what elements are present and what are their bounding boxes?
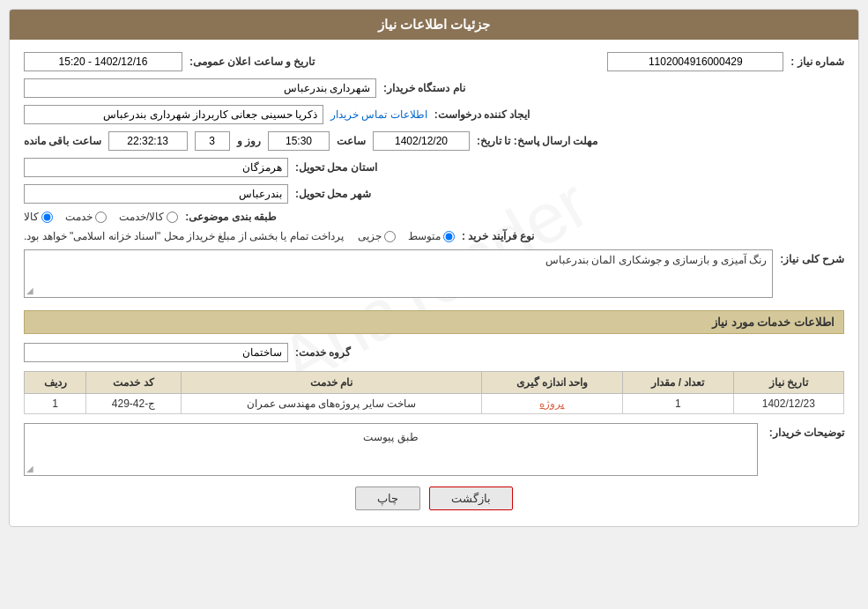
tazih-value: طبق پیوست: [30, 427, 752, 443]
tabaqebandi-row: طبقه بندی موضوعی: کالا/خدمت خدمت کالا: [24, 207, 844, 227]
ijad-konande-input[interactable]: [24, 105, 323, 124]
tamaas-khardar-link[interactable]: اطلاعات تماس خریدار: [330, 108, 427, 121]
col-radif: ردیف: [25, 372, 86, 394]
shomare-row: شماره نیاز : تاریخ و ساعت اعلان عمومی:: [24, 48, 844, 75]
table-row: 1402/12/23 1 پروژه ساخت سایر پروژه‌های م…: [25, 394, 844, 414]
buyer-notes-box: طبق پیوست ◢: [24, 423, 758, 476]
print-button[interactable]: چاپ: [355, 486, 420, 510]
tarikh-elaan-input[interactable]: [24, 52, 182, 71]
mohlat-rooz-input[interactable]: [195, 131, 230, 151]
ostan-input[interactable]: [24, 158, 288, 177]
ostan-row: استان محل تحویل:: [24, 154, 844, 181]
ijad-konande-label: ایجاد کننده درخواست:: [434, 108, 530, 121]
mohlat-remaining-input[interactable]: [108, 131, 188, 151]
mohlat-date-input[interactable]: [373, 131, 470, 151]
col-vahed: واحد اندازه گیری: [481, 372, 623, 394]
grohe-label: گروه خدمت:: [295, 346, 351, 359]
ijad-konande-row: ایجاد کننده درخواست: اطلاعات تماس خریدار: [24, 101, 844, 128]
mohlat-rooz-label: روز و: [237, 135, 261, 147]
sharh-value: رنگ آمیزی و بازسازی و جوشکاری المان بندر…: [545, 254, 767, 266]
mohlat-label: مهلت ارسال پاسخ: تا تاریخ:: [477, 135, 597, 147]
radio-kala-label[interactable]: کالا: [24, 211, 53, 223]
nam-dastgah-label: نام دستگاه خریدار:: [383, 82, 465, 94]
shomare-niaz-input[interactable]: [607, 52, 783, 71]
card-body: AnaTender شماره نیاز : تاریخ و ساعت اعلا…: [10, 40, 858, 526]
radio-jozi[interactable]: [384, 231, 396, 242]
ostan-label: استان محل تحویل:: [295, 161, 377, 174]
nam-dastgah-input[interactable]: [24, 78, 376, 98]
tabaqebandi-label: طبقه بندی موضوعی:: [185, 211, 277, 223]
buyer-notes-row: توضیحات خریدار: طبق پیوست ◢: [24, 423, 844, 476]
noe-farayand-label: نوع فرآیند خرید :: [462, 230, 534, 242]
col-tarikh: تاریخ نیاز: [733, 372, 843, 394]
cell-tedad: 1: [623, 394, 733, 414]
tabaqebandi-radio-group: کالا/خدمت خدمت کالا: [24, 211, 178, 223]
noe-farayand-row: نوع فرآیند خرید : متوسط جزیی پرداخت تمام…: [24, 227, 844, 246]
radio-jozi-label[interactable]: جزیی: [358, 230, 396, 242]
radio-khedmat[interactable]: [95, 212, 107, 223]
page-wrapper: جزئیات اطلاعات نیاز AnaTender شماره نیاز…: [0, 0, 868, 609]
sharh-box: رنگ آمیزی و بازسازی و جوشکاری المان بندر…: [24, 249, 773, 298]
main-card: جزئیات اطلاعات نیاز AnaTender شماره نیاز…: [9, 9, 859, 527]
radio-khedmat-label[interactable]: خدمت: [65, 211, 107, 223]
mohlat-saat-input[interactable]: [268, 131, 330, 151]
col-tedad: تعداد / مقدار: [623, 372, 733, 394]
shomare-niaz-label: شماره نیاز :: [790, 56, 844, 68]
mohlat-remaining-label: ساعت باقی مانده: [24, 135, 101, 147]
radio-motasat[interactable]: [443, 231, 455, 242]
cell-kod: ج-42-429: [86, 394, 182, 414]
nam-dastgah-row: نام دستگاه خریدار:: [24, 75, 844, 101]
grohe-input[interactable]: [24, 343, 288, 362]
shahr-input[interactable]: [24, 184, 288, 204]
mohlat-row: مهلت ارسال پاسخ: تا تاریخ: ساعت روز و سا…: [24, 128, 844, 154]
cell-radif: 1: [25, 394, 86, 414]
resize-icon: ◢: [26, 286, 33, 295]
farayand-desc: پرداخت تمام یا بخشی از مبلغ خریداز محل "…: [24, 230, 344, 242]
khadamat-section-header: اطلاعات خدمات مورد نیاز: [24, 310, 844, 334]
sharh-label: شرح کلی نیاز:: [780, 249, 844, 265]
grohe-row: گروه خدمت:: [24, 339, 844, 366]
cell-vahed: پروژه: [481, 394, 623, 414]
services-table: تاریخ نیاز تعداد / مقدار واحد اندازه گیر…: [24, 371, 844, 414]
back-button[interactable]: بازگشت: [429, 486, 513, 510]
button-row: بازگشت چاپ: [24, 476, 844, 517]
tazih-label: توضیحات خریدار:: [765, 423, 844, 439]
shahr-label: شهر محل تحویل:: [295, 188, 371, 200]
sharh-row: شرح کلی نیاز: رنگ آمیزی و بازسازی و جوشک…: [24, 246, 844, 301]
col-name: نام خدمت: [182, 372, 482, 394]
resize-icon-notes: ◢: [26, 464, 33, 473]
radio-motasat-label[interactable]: متوسط: [408, 230, 455, 242]
cell-tarikh: 1402/12/23: [733, 394, 843, 414]
col-kod: کد خدمت: [86, 372, 182, 394]
radio-kala[interactable]: [41, 212, 53, 223]
mohlat-saat-label: ساعت: [337, 135, 366, 147]
shahr-row: شهر محل تحویل:: [24, 181, 844, 207]
cell-name: ساخت سایر پروژه‌های مهندسی عمران: [182, 394, 482, 414]
page-title: جزئیات اطلاعات نیاز: [10, 10, 858, 40]
tarikh-elaan-label: تاریخ و ساعت اعلان عمومی:: [189, 56, 315, 68]
content: شماره نیاز : تاریخ و ساعت اعلان عمومی: ن…: [24, 48, 844, 517]
radio-kala-khedmat-label[interactable]: کالا/خدمت: [119, 211, 178, 223]
radio-kala-khedmat[interactable]: [167, 212, 178, 223]
farayand-radio-group: متوسط جزیی: [358, 230, 455, 242]
